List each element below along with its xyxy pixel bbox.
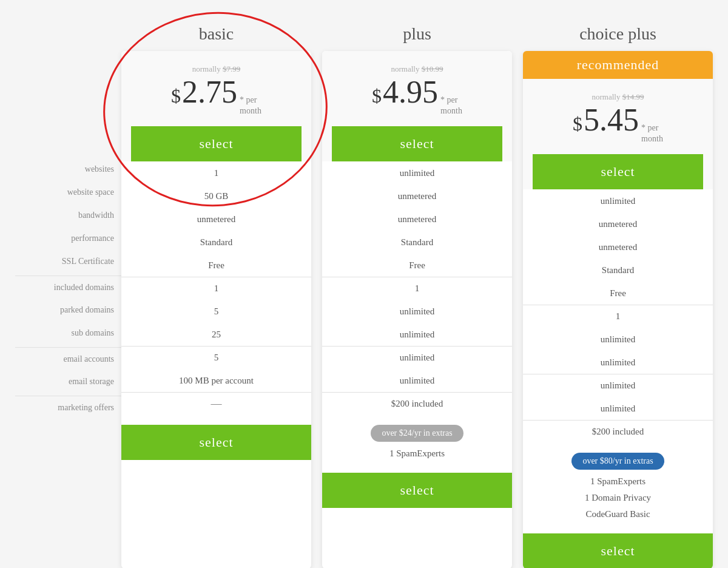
plus-included-domains: 1: [322, 277, 512, 300]
basic-features: 1 50 GB unmetered Standard Free 1 5 25 5…: [121, 161, 311, 415]
plus-select-top[interactable]: select: [332, 126, 502, 161]
basic-dollar: $: [171, 85, 181, 107]
basic-suffix: * permonth: [240, 95, 261, 117]
plus-amount: 4.95: [383, 76, 438, 108]
plus-title: plus: [322, 18, 512, 51]
choice-plus-extras-badge: over $80/yr in extras: [571, 453, 664, 470]
choice-plus-parked-domains: unlimited: [523, 328, 713, 351]
plus-features: unlimited unmetered unmetered Standard F…: [322, 161, 512, 415]
label-bandwidth: bandwidth: [15, 204, 121, 227]
choice-plus-amount: 5.45: [584, 104, 639, 136]
basic-email-storage: 100 MB per account: [121, 369, 311, 392]
plus-dollar: $: [372, 85, 382, 107]
choice-plus-email-storage: unlimited: [523, 397, 713, 420]
choice-plus-sub-domains: unlimited: [523, 351, 713, 374]
choice-plus-suffix: * permonth: [641, 123, 663, 144]
basic-normal-price: $7.99: [223, 64, 240, 73]
choice-plus-extras: over $80/yr in extras 1 SpamExperts 1 Do…: [523, 443, 713, 529]
choice-plus-marketing: $200 included: [523, 420, 713, 443]
choice-plus-bandwidth: unmetered: [523, 235, 713, 259]
plus-price-row: $ 4.95 * permonth: [332, 76, 502, 117]
label-performance: performance: [15, 227, 121, 250]
basic-price-row: $ 2.75 * permonth: [131, 76, 302, 117]
choice-plus-select-top[interactable]: select: [533, 154, 703, 189]
basic-websites: 1: [121, 161, 311, 184]
basic-space: 50 GB: [121, 184, 311, 208]
basic-included-domains: 1: [121, 277, 311, 300]
label-sub-domains: sub domains: [15, 322, 121, 345]
basic-card: normally $7.99 $ 2.75 * permonth select …: [121, 51, 311, 568]
plan-choice-plus: choice plus recommended normally $14.99 …: [523, 18, 713, 568]
plus-card: normally $10.99 $ 4.95 * permonth select…: [322, 51, 512, 568]
plans-container: basic normally $7.99 $ 2.75 * permonth s…: [121, 18, 713, 568]
plus-websites: unlimited: [322, 161, 512, 184]
choice-plus-price-section: normally $14.99 $ 5.45 * permonth select: [523, 79, 713, 189]
basic-title: basic: [121, 18, 311, 51]
recommended-banner: recommended: [523, 51, 713, 79]
plan-plus: plus normally $10.99 $ 4.95 * permonth s…: [322, 18, 512, 568]
basic-parked-domains: 5: [121, 300, 311, 323]
basic-normally: normally $7.99: [131, 64, 302, 74]
plus-select-bottom[interactable]: select: [322, 473, 512, 508]
basic-sub-domains: 25: [121, 323, 311, 346]
plus-sub-domains: unlimited: [322, 323, 512, 346]
plus-extras-badge: over $24/yr in extras: [371, 425, 463, 442]
basic-price-section: normally $7.99 $ 2.75 * permonth select: [121, 51, 311, 161]
choice-plus-normal-price: $14.99: [622, 92, 644, 101]
plus-suffix: * permonth: [440, 95, 462, 117]
plus-ssl: Free: [322, 254, 512, 277]
feature-labels: websites website space bandwidth perform…: [15, 18, 121, 419]
label-email-storage: email storage: [15, 370, 121, 393]
choice-plus-websites: unlimited: [523, 189, 713, 212]
basic-marketing: —: [121, 392, 311, 415]
basic-amount: 2.75: [182, 76, 237, 108]
basic-select-top[interactable]: select: [131, 126, 302, 161]
choice-plus-spam-experts: 1 SpamExperts: [533, 473, 703, 490]
choice-plus-ssl: Free: [523, 282, 713, 305]
plus-parked-domains: unlimited: [322, 300, 512, 323]
choice-plus-dollar: $: [573, 113, 582, 135]
basic-ssl: Free: [121, 254, 311, 277]
pricing-wrapper: websites website space bandwidth perform…: [15, 18, 713, 568]
plus-bandwidth: unmetered: [322, 208, 512, 231]
choice-plus-normally: normally $14.99: [533, 92, 703, 102]
basic-select-bottom[interactable]: select: [121, 425, 311, 460]
label-email-accounts: email accounts: [15, 347, 121, 370]
plus-spam-experts: 1 SpamExperts: [332, 445, 502, 462]
plus-normally: normally $10.99: [332, 64, 502, 74]
label-parked-domains: parked domains: [15, 299, 121, 322]
choice-plus-space: unmetered: [523, 212, 713, 235]
choice-plus-card: recommended normally $14.99 $ 5.45 * per…: [523, 51, 713, 568]
choice-plus-included-domains: 1: [523, 305, 713, 328]
choice-plus-title: choice plus: [523, 18, 713, 51]
plus-email-storage: unlimited: [322, 369, 512, 392]
label-included-domains: included domains: [15, 276, 121, 299]
label-marketing-offers: marketing offers: [15, 396, 121, 419]
plus-normal-price: $10.99: [422, 64, 443, 73]
plus-marketing: $200 included: [322, 392, 512, 415]
choice-plus-features: unlimited unmetered unmetered Standard F…: [523, 189, 713, 443]
choice-plus-performance: Standard: [523, 259, 713, 282]
basic-bandwidth: unmetered: [121, 208, 311, 231]
plus-performance: Standard: [322, 231, 512, 254]
choice-plus-select-bottom[interactable]: select: [523, 533, 713, 568]
label-website-space: website space: [15, 181, 121, 204]
basic-performance: Standard: [121, 231, 311, 254]
basic-email-accounts: 5: [121, 346, 311, 369]
label-ssl: SSL Certificate: [15, 250, 121, 273]
choice-plus-email-accounts: unlimited: [523, 374, 713, 397]
choice-plus-codeguard: CodeGuard Basic: [533, 506, 703, 522]
choice-plus-price-row: $ 5.45 * permonth: [533, 104, 703, 144]
plan-basic: basic normally $7.99 $ 2.75 * permonth s…: [121, 18, 311, 568]
label-websites: websites: [15, 158, 121, 181]
plus-space: unmetered: [322, 184, 512, 208]
plus-extras: over $24/yr in extras 1 SpamExperts: [322, 415, 512, 468]
plus-email-accounts: unlimited: [322, 346, 512, 369]
plus-price-section: normally $10.99 $ 4.95 * permonth select: [322, 51, 512, 161]
choice-plus-domain-privacy: 1 Domain Privacy: [533, 490, 703, 506]
